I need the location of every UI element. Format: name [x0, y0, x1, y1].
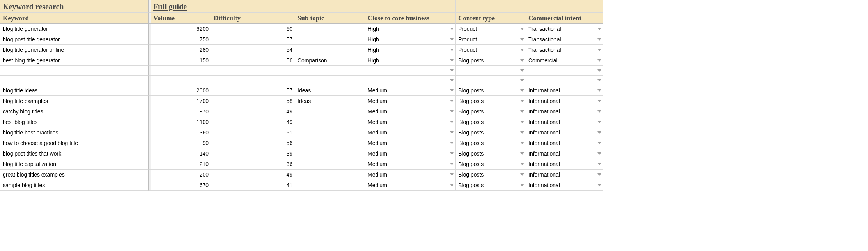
dropdown-arrow-icon[interactable] — [450, 69, 454, 72]
dropdown-arrow-icon[interactable] — [597, 121, 601, 123]
cell-commercial-intent[interactable]: Informational — [526, 96, 603, 106]
cell-volume[interactable] — [151, 76, 211, 85]
cell-subtopic[interactable] — [295, 127, 365, 138]
dropdown-arrow-icon[interactable] — [450, 142, 454, 144]
cell-commercial-intent[interactable]: Transactional — [526, 34, 603, 45]
cell-content-type[interactable]: Product — [456, 34, 526, 45]
cell-keyword[interactable]: blog post title generator — [0, 34, 149, 45]
title-blank-cell[interactable] — [295, 0, 365, 13]
dropdown-arrow-icon[interactable] — [597, 69, 601, 72]
cell-content-type[interactable]: Blog posts — [456, 180, 526, 191]
dropdown-arrow-icon[interactable] — [520, 121, 524, 123]
cell-commercial-intent[interactable]: Transactional — [526, 24, 603, 34]
cell-volume[interactable] — [151, 66, 211, 76]
cell-content-type[interactable]: Blog posts — [456, 170, 526, 180]
cell-content-type[interactable]: Blog posts — [456, 55, 526, 66]
dropdown-arrow-icon[interactable] — [597, 100, 601, 102]
dropdown-arrow-icon[interactable] — [450, 110, 454, 113]
cell-volume[interactable]: 90 — [151, 138, 211, 148]
dropdown-arrow-icon[interactable] — [597, 142, 601, 144]
cell-subtopic[interactable] — [295, 24, 365, 34]
cell-volume[interactable]: 670 — [151, 180, 211, 191]
cell-volume[interactable]: 2000 — [151, 85, 211, 96]
dropdown-arrow-icon[interactable] — [597, 28, 601, 30]
cell-subtopic[interactable]: Ideas — [295, 96, 365, 106]
cell-keyword[interactable]: blog title ideas — [0, 85, 149, 96]
cell-difficulty[interactable]: 49 — [211, 106, 295, 117]
cell-volume[interactable]: 970 — [151, 106, 211, 117]
cell-difficulty[interactable]: 58 — [211, 96, 295, 106]
cell-difficulty[interactable]: 56 — [211, 55, 295, 66]
dropdown-arrow-icon[interactable] — [597, 89, 601, 92]
dropdown-arrow-icon[interactable] — [520, 110, 524, 113]
full-guide-link[interactable]: Full guide — [151, 0, 211, 13]
dropdown-arrow-icon[interactable] — [597, 184, 601, 186]
cell-volume[interactable]: 750 — [151, 34, 211, 45]
cell-close-to-core[interactable]: Medium — [365, 170, 456, 180]
cell-close-to-core[interactable]: Medium — [365, 117, 456, 127]
cell-subtopic[interactable] — [295, 45, 365, 55]
cell-content-type[interactable]: Blog posts — [456, 96, 526, 106]
dropdown-arrow-icon[interactable] — [520, 131, 524, 134]
dropdown-arrow-icon[interactable] — [597, 152, 601, 155]
cell-commercial-intent[interactable]: Informational — [526, 180, 603, 191]
dropdown-arrow-icon[interactable] — [597, 59, 601, 62]
cell-difficulty[interactable]: 41 — [211, 180, 295, 191]
dropdown-arrow-icon[interactable] — [597, 110, 601, 113]
cell-commercial-intent[interactable]: Informational — [526, 159, 603, 170]
cell-keyword[interactable]: best blog titles — [0, 117, 149, 127]
cell-content-type[interactable]: Product — [456, 45, 526, 55]
cell-content-type[interactable]: Blog posts — [456, 138, 526, 148]
cell-keyword[interactable]: sample blog titles — [0, 180, 149, 191]
cell-difficulty[interactable]: 54 — [211, 45, 295, 55]
cell-difficulty[interactable]: 36 — [211, 159, 295, 170]
cell-difficulty[interactable]: 60 — [211, 24, 295, 34]
dropdown-arrow-icon[interactable] — [450, 121, 454, 123]
cell-keyword[interactable]: best blog title generator — [0, 55, 149, 66]
cell-close-to-core[interactable] — [365, 66, 456, 76]
cell-close-to-core[interactable]: High — [365, 45, 456, 55]
cell-content-type[interactable]: Blog posts — [456, 106, 526, 117]
cell-close-to-core[interactable]: High — [365, 34, 456, 45]
cell-content-type[interactable]: Product — [456, 24, 526, 34]
cell-volume[interactable]: 200 — [151, 170, 211, 180]
dropdown-arrow-icon[interactable] — [450, 152, 454, 155]
cell-difficulty[interactable]: 39 — [211, 148, 295, 159]
dropdown-arrow-icon[interactable] — [450, 59, 454, 62]
cell-difficulty[interactable] — [211, 66, 295, 76]
dropdown-arrow-icon[interactable] — [597, 49, 601, 51]
dropdown-arrow-icon[interactable] — [520, 38, 524, 41]
dropdown-arrow-icon[interactable] — [520, 100, 524, 102]
title-blank-cell[interactable] — [211, 0, 295, 13]
cell-difficulty[interactable]: 49 — [211, 117, 295, 127]
dropdown-arrow-icon[interactable] — [450, 100, 454, 102]
dropdown-arrow-icon[interactable] — [520, 69, 524, 72]
dropdown-arrow-icon[interactable] — [520, 89, 524, 92]
cell-volume[interactable]: 360 — [151, 127, 211, 138]
cell-volume[interactable]: 210 — [151, 159, 211, 170]
dropdown-arrow-icon[interactable] — [450, 184, 454, 186]
header-difficulty[interactable]: Difficulty — [211, 13, 295, 24]
header-keyword[interactable]: Keyword — [0, 13, 149, 24]
dropdown-arrow-icon[interactable] — [520, 152, 524, 155]
cell-subtopic[interactable]: Comparison — [295, 55, 365, 66]
cell-content-type[interactable]: Blog posts — [456, 148, 526, 159]
cell-keyword[interactable]: blog title generator — [0, 24, 149, 34]
header-commercial-intent[interactable]: Commercial intent — [526, 13, 603, 24]
dropdown-arrow-icon[interactable] — [450, 79, 454, 81]
cell-commercial-intent[interactable]: Transactional — [526, 45, 603, 55]
dropdown-arrow-icon[interactable] — [520, 28, 524, 30]
cell-subtopic[interactable] — [295, 106, 365, 117]
cell-close-to-core[interactable] — [365, 76, 456, 85]
cell-difficulty[interactable]: 57 — [211, 34, 295, 45]
cell-close-to-core[interactable]: Medium — [365, 159, 456, 170]
cell-close-to-core[interactable]: Medium — [365, 138, 456, 148]
cell-volume[interactable]: 140 — [151, 148, 211, 159]
cell-content-type[interactable]: Blog posts — [456, 159, 526, 170]
cell-difficulty[interactable]: 51 — [211, 127, 295, 138]
cell-subtopic[interactable] — [295, 117, 365, 127]
header-content-type[interactable]: Content type — [456, 13, 526, 24]
cell-subtopic[interactable] — [295, 34, 365, 45]
cell-subtopic[interactable] — [295, 138, 365, 148]
cell-close-to-core[interactable]: High — [365, 24, 456, 34]
